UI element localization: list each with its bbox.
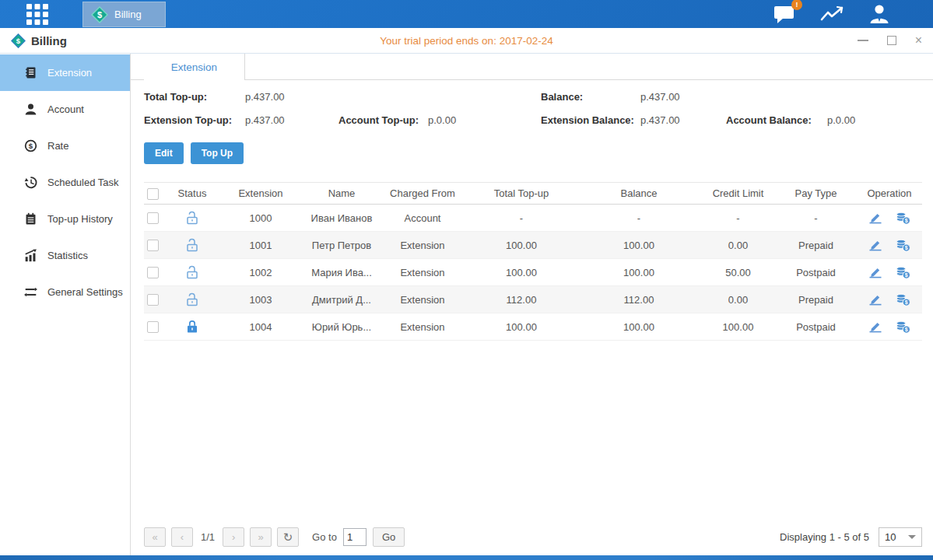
pay-type-cell: Postpaid [775,313,857,341]
row-checkbox[interactable] [147,321,159,333]
refresh-icon[interactable]: ↻ [277,527,299,547]
lock-open-icon[interactable] [186,292,198,306]
pay-type-cell: Prepaid [775,286,857,313]
sidebar-item-label: General Settings [47,286,123,298]
sidebar-item-topup-history[interactable]: Top-up History [0,201,130,237]
credit-limit-cell: 50.00 [701,259,775,286]
topup-row-icon[interactable]: $ [896,266,910,279]
lock-open-icon[interactable] [186,265,198,279]
charged-from-cell: Extension [379,259,466,286]
prev-page-button[interactable]: ‹ [171,527,193,547]
credit-limit-cell: 0.00 [701,232,775,259]
account-topup-label: Account Top-up: [338,114,428,126]
sidebar-item-label: Rate [47,140,68,152]
lock-closed-icon[interactable] [186,320,198,334]
billing-summary: Total Top-up: p.437.00 Balance: p.437.00… [144,91,922,126]
sidebar-item-statistics[interactable]: Statistics [0,237,130,274]
extension-cell: 1003 [217,286,304,313]
total-topup-cell: 100.00 [466,259,577,286]
row-checkbox[interactable] [147,212,159,224]
svg-text:$: $ [905,272,908,278]
row-checkbox[interactable] [147,240,159,251]
screen: $ Billing ! [0,0,933,560]
col-extension: Extension [217,183,304,205]
sidebar-item-extension[interactable]: Extension [0,54,130,91]
col-charged-from: Charged From [379,183,466,205]
credit-limit-cell: - [701,205,775,232]
sidebar-item-general-settings[interactable]: General Settings [0,274,130,310]
app-grid-icon[interactable] [26,4,48,25]
last-page-button[interactable]: » [250,527,272,547]
col-operation: Operation [857,183,922,205]
close-button[interactable]: × [915,34,922,47]
scheduled-task-icon [24,176,37,189]
sidebar-item-label: Account [47,103,84,115]
balance-cell: - [577,205,701,232]
action-buttons: Edit Top Up [144,142,933,164]
tab-extension[interactable]: Extension [144,54,245,80]
taskbar: $ Billing ! [0,0,933,28]
lock-open-icon[interactable] [186,211,198,225]
col-pay-type: Pay Type [775,183,857,205]
taskbar-tab-label: Billing [114,9,142,20]
topup-row-icon[interactable]: $ [896,320,910,334]
sidebar-item-scheduled-task[interactable]: Scheduled Task [0,164,130,201]
topup-row-icon[interactable]: $ [896,293,910,306]
select-all-checkbox[interactable] [147,188,159,200]
reports-chart-icon[interactable] [820,5,845,23]
maximize-button[interactable] [887,36,896,45]
main-content: Extension Total Top-up: p.437.00 Balance… [131,54,933,555]
edit-row-icon[interactable] [868,320,882,333]
edit-button[interactable]: Edit [144,142,184,164]
messages-icon[interactable]: ! [773,4,797,24]
charged-from-cell: Extension [379,286,466,313]
window-billing-icon: $ [11,33,26,48]
edit-row-icon[interactable] [868,293,882,306]
pay-type-cell: Postpaid [775,259,857,286]
row-checkbox[interactable] [147,267,159,278]
statistics-icon [24,249,37,262]
taskbar-right-icons: ! [773,4,890,24]
table-row: 1003 Дмитрий Д... Extension 112.00 112.0… [144,286,922,313]
page-size-select[interactable]: 10 [879,527,922,547]
name-cell: Дмитрий Д... [304,286,379,313]
extension-topup-value: p.437.00 [245,114,338,126]
name-cell: Мария Ива... [304,259,379,286]
goto-page-input[interactable] [343,528,367,546]
go-button[interactable]: Go [373,527,405,547]
topup-row-icon[interactable]: $ [896,212,910,225]
total-topup-cell: - [466,205,577,232]
sidebar-item-account[interactable]: Account [0,91,130,128]
user-account-icon[interactable] [868,4,890,24]
top-up-button[interactable]: Top Up [191,142,244,164]
row-checkbox[interactable] [147,294,159,306]
balance-cell: 100.00 [577,259,701,286]
name-cell: Юрий Юрь... [304,313,379,341]
displaying-text: Displaying 1 - 5 of 5 [780,531,869,543]
extension-cell: 1004 [217,313,304,341]
edit-row-icon[interactable] [868,239,882,251]
credit-limit-cell: 100.00 [701,313,775,341]
extension-cell: 1002 [217,259,304,286]
next-page-button[interactable]: › [223,527,244,547]
col-total-topup: Total Top-up [466,183,577,205]
sidebar-item-rate[interactable]: $ Rate [0,128,130,164]
first-page-button[interactable]: « [144,527,166,547]
minimize-button[interactable] [858,40,868,41]
svg-text:$: $ [905,299,908,306]
svg-text:$: $ [905,218,908,224]
svg-text:$: $ [905,327,908,333]
pay-type-cell: - [775,205,857,232]
name-cell: Иван Иванов [304,205,379,232]
topup-row-icon[interactable]: $ [896,239,910,252]
edit-row-icon[interactable] [868,212,882,224]
window-bottom-edge [0,555,933,560]
lock-open-icon[interactable] [186,238,198,252]
taskbar-billing-tab[interactable]: $ Billing [82,2,166,27]
svg-text:$: $ [16,36,21,44]
table-row: 1002 Мария Ива... Extension 100.00 100.0… [144,259,922,286]
tab-bar: Extension [131,54,933,80]
balance-label: Balance: [541,91,640,103]
trial-notice: Your trial period ends on: 2017-02-24 [0,35,933,47]
edit-row-icon[interactable] [868,266,882,278]
